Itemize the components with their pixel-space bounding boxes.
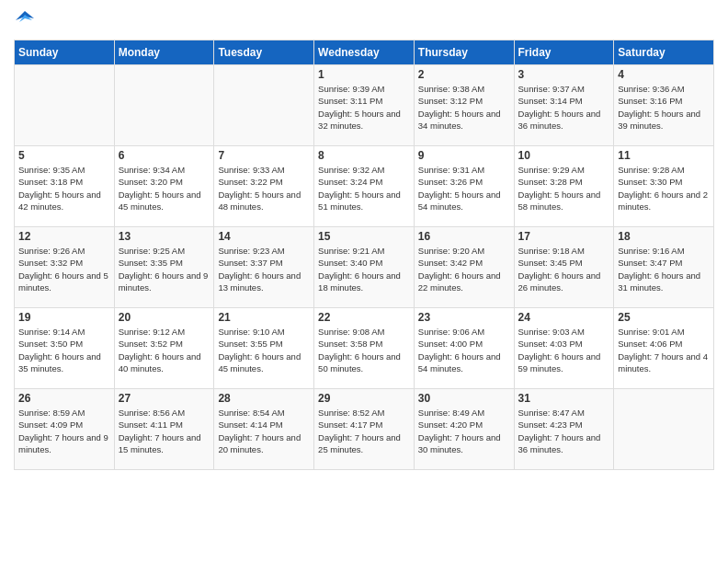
day-number: 27 bbox=[119, 392, 210, 405]
day-number: 7 bbox=[218, 149, 310, 162]
weekday-header-monday: Monday bbox=[114, 40, 214, 65]
calendar-cell: 24Sunrise: 9:03 AM Sunset: 4:03 PM Dayli… bbox=[514, 308, 614, 389]
day-number: 30 bbox=[418, 392, 510, 405]
calendar-cell: 2Sunrise: 9:38 AM Sunset: 3:12 PM Daylig… bbox=[414, 65, 514, 146]
day-info: Sunrise: 9:31 AM Sunset: 3:26 PM Dayligh… bbox=[418, 164, 510, 213]
day-info: Sunrise: 9:10 AM Sunset: 3:55 PM Dayligh… bbox=[218, 326, 310, 374]
week-row-1: 5Sunrise: 9:35 AM Sunset: 3:18 PM Daylig… bbox=[15, 146, 714, 227]
day-info: Sunrise: 9:26 AM Sunset: 3:32 PM Dayligh… bbox=[18, 245, 110, 293]
day-info: Sunrise: 9:20 AM Sunset: 3:42 PM Dayligh… bbox=[418, 245, 510, 293]
day-info: Sunrise: 9:08 AM Sunset: 3:58 PM Dayligh… bbox=[318, 326, 410, 374]
day-info: Sunrise: 9:16 AM Sunset: 3:47 PM Dayligh… bbox=[618, 245, 710, 293]
day-info: Sunrise: 9:35 AM Sunset: 3:18 PM Dayligh… bbox=[18, 164, 110, 213]
day-number: 13 bbox=[119, 230, 210, 243]
day-number: 15 bbox=[318, 230, 410, 243]
day-number: 3 bbox=[518, 68, 610, 81]
day-number: 1 bbox=[318, 68, 410, 81]
calendar-cell: 15Sunrise: 9:21 AM Sunset: 3:40 PM Dayli… bbox=[314, 227, 415, 308]
day-number: 28 bbox=[218, 392, 310, 405]
day-number: 31 bbox=[518, 392, 610, 405]
calendar-cell: 23Sunrise: 9:06 AM Sunset: 4:00 PM Dayli… bbox=[414, 308, 514, 389]
calendar-cell: 18Sunrise: 9:16 AM Sunset: 3:47 PM Dayli… bbox=[614, 227, 714, 308]
calendar-cell: 14Sunrise: 9:23 AM Sunset: 3:37 PM Dayli… bbox=[214, 227, 314, 308]
day-number: 2 bbox=[418, 68, 510, 81]
day-number: 9 bbox=[418, 149, 510, 162]
calendar-cell: 30Sunrise: 8:49 AM Sunset: 4:20 PM Dayli… bbox=[414, 389, 514, 470]
calendar-cell: 26Sunrise: 8:59 AM Sunset: 4:09 PM Dayli… bbox=[15, 389, 115, 470]
week-row-4: 26Sunrise: 8:59 AM Sunset: 4:09 PM Dayli… bbox=[15, 389, 714, 470]
calendar-cell: 13Sunrise: 9:25 AM Sunset: 3:35 PM Dayli… bbox=[114, 227, 214, 308]
day-info: Sunrise: 9:21 AM Sunset: 3:40 PM Dayligh… bbox=[318, 245, 410, 293]
day-number: 14 bbox=[218, 230, 310, 243]
day-info: Sunrise: 9:06 AM Sunset: 4:00 PM Dayligh… bbox=[418, 326, 510, 374]
page: SundayMondayTuesdayWednesdayThursdayFrid… bbox=[0, 0, 728, 563]
day-number: 11 bbox=[618, 149, 710, 162]
day-number: 4 bbox=[618, 68, 710, 81]
day-number: 21 bbox=[218, 311, 310, 324]
logo-bird-icon bbox=[16, 9, 34, 28]
day-info: Sunrise: 8:56 AM Sunset: 4:11 PM Dayligh… bbox=[119, 407, 210, 455]
day-number: 5 bbox=[18, 149, 110, 162]
day-number: 6 bbox=[119, 149, 210, 162]
calendar-cell: 27Sunrise: 8:56 AM Sunset: 4:11 PM Dayli… bbox=[114, 389, 214, 470]
day-number: 26 bbox=[18, 392, 110, 405]
day-info: Sunrise: 9:38 AM Sunset: 3:12 PM Dayligh… bbox=[418, 83, 510, 132]
day-number: 19 bbox=[18, 311, 110, 324]
day-info: Sunrise: 9:36 AM Sunset: 3:16 PM Dayligh… bbox=[618, 83, 710, 132]
logo bbox=[14, 9, 34, 32]
day-info: Sunrise: 9:28 AM Sunset: 3:30 PM Dayligh… bbox=[618, 164, 710, 213]
day-number: 17 bbox=[518, 230, 610, 243]
calendar-cell: 12Sunrise: 9:26 AM Sunset: 3:32 PM Dayli… bbox=[15, 227, 115, 308]
weekday-header-row: SundayMondayTuesdayWednesdayThursdayFrid… bbox=[15, 40, 714, 65]
weekday-header-sunday: Sunday bbox=[15, 40, 115, 65]
day-number: 8 bbox=[318, 149, 410, 162]
week-row-3: 19Sunrise: 9:14 AM Sunset: 3:50 PM Dayli… bbox=[15, 308, 714, 389]
calendar-cell: 8Sunrise: 9:32 AM Sunset: 3:24 PM Daylig… bbox=[314, 146, 415, 227]
calendar-cell bbox=[614, 389, 714, 470]
day-info: Sunrise: 8:47 AM Sunset: 4:23 PM Dayligh… bbox=[518, 407, 610, 455]
day-info: Sunrise: 9:01 AM Sunset: 4:06 PM Dayligh… bbox=[618, 326, 710, 374]
day-info: Sunrise: 9:34 AM Sunset: 3:20 PM Dayligh… bbox=[119, 164, 210, 213]
day-info: Sunrise: 8:52 AM Sunset: 4:17 PM Dayligh… bbox=[318, 407, 410, 455]
calendar-cell: 6Sunrise: 9:34 AM Sunset: 3:20 PM Daylig… bbox=[114, 146, 214, 227]
calendar-cell: 5Sunrise: 9:35 AM Sunset: 3:18 PM Daylig… bbox=[15, 146, 115, 227]
day-info: Sunrise: 8:59 AM Sunset: 4:09 PM Dayligh… bbox=[18, 407, 110, 455]
calendar-cell: 9Sunrise: 9:31 AM Sunset: 3:26 PM Daylig… bbox=[414, 146, 514, 227]
week-row-2: 12Sunrise: 9:26 AM Sunset: 3:32 PM Dayli… bbox=[15, 227, 714, 308]
day-number: 16 bbox=[418, 230, 510, 243]
calendar-cell: 3Sunrise: 9:37 AM Sunset: 3:14 PM Daylig… bbox=[514, 65, 614, 146]
calendar-cell: 16Sunrise: 9:20 AM Sunset: 3:42 PM Dayli… bbox=[414, 227, 514, 308]
calendar-cell: 1Sunrise: 9:39 AM Sunset: 3:11 PM Daylig… bbox=[314, 65, 415, 146]
calendar-cell bbox=[15, 65, 115, 146]
day-info: Sunrise: 9:23 AM Sunset: 3:37 PM Dayligh… bbox=[218, 245, 310, 293]
calendar-cell: 25Sunrise: 9:01 AM Sunset: 4:06 PM Dayli… bbox=[614, 308, 714, 389]
weekday-header-saturday: Saturday bbox=[614, 40, 714, 65]
day-number: 22 bbox=[318, 311, 410, 324]
header bbox=[14, 9, 714, 32]
day-number: 18 bbox=[618, 230, 710, 243]
day-info: Sunrise: 9:39 AM Sunset: 3:11 PM Dayligh… bbox=[318, 83, 410, 132]
day-number: 24 bbox=[518, 311, 610, 324]
calendar-cell: 22Sunrise: 9:08 AM Sunset: 3:58 PM Dayli… bbox=[314, 308, 415, 389]
day-number: 10 bbox=[518, 149, 610, 162]
weekday-header-thursday: Thursday bbox=[414, 40, 514, 65]
calendar-cell: 29Sunrise: 8:52 AM Sunset: 4:17 PM Dayli… bbox=[314, 389, 415, 470]
day-info: Sunrise: 9:25 AM Sunset: 3:35 PM Dayligh… bbox=[119, 245, 210, 293]
day-info: Sunrise: 9:18 AM Sunset: 3:45 PM Dayligh… bbox=[518, 245, 610, 293]
calendar-cell: 21Sunrise: 9:10 AM Sunset: 3:55 PM Dayli… bbox=[214, 308, 314, 389]
weekday-header-friday: Friday bbox=[514, 40, 614, 65]
calendar-cell bbox=[214, 65, 314, 146]
day-number: 12 bbox=[18, 230, 110, 243]
day-info: Sunrise: 8:49 AM Sunset: 4:20 PM Dayligh… bbox=[418, 407, 510, 455]
day-number: 20 bbox=[119, 311, 210, 324]
day-info: Sunrise: 9:12 AM Sunset: 3:52 PM Dayligh… bbox=[119, 326, 210, 374]
day-info: Sunrise: 8:54 AM Sunset: 4:14 PM Dayligh… bbox=[218, 407, 310, 455]
calendar-cell: 28Sunrise: 8:54 AM Sunset: 4:14 PM Dayli… bbox=[214, 389, 314, 470]
calendar-cell: 10Sunrise: 9:29 AM Sunset: 3:28 PM Dayli… bbox=[514, 146, 614, 227]
day-info: Sunrise: 9:37 AM Sunset: 3:14 PM Dayligh… bbox=[518, 83, 610, 132]
weekday-header-wednesday: Wednesday bbox=[314, 40, 415, 65]
calendar: SundayMondayTuesdayWednesdayThursdayFrid… bbox=[14, 40, 714, 470]
weekday-header-tuesday: Tuesday bbox=[214, 40, 314, 65]
day-info: Sunrise: 9:33 AM Sunset: 3:22 PM Dayligh… bbox=[218, 164, 310, 213]
week-row-0: 1Sunrise: 9:39 AM Sunset: 3:11 PM Daylig… bbox=[15, 65, 714, 146]
